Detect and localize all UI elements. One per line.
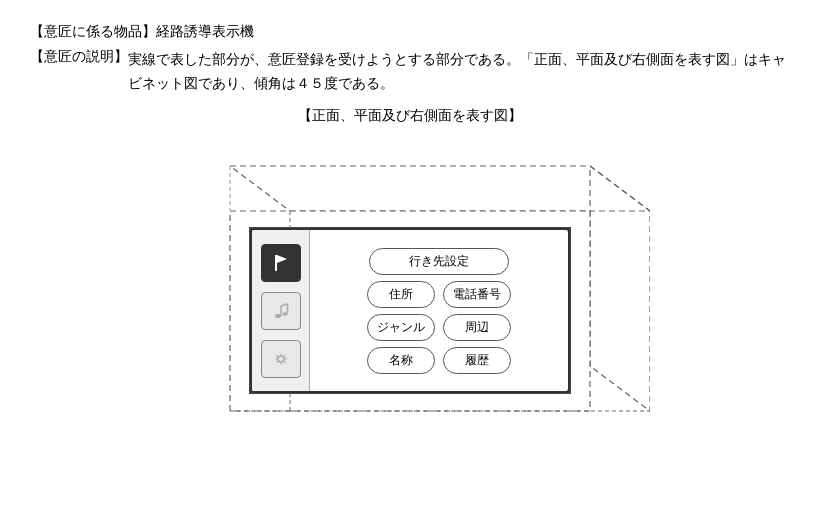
gear-icon-box[interactable] <box>261 340 301 378</box>
cabinet-wrapper: 行き先設定 住所 電話番号 ジャンル 周辺 名称 履歴 <box>170 156 650 446</box>
svg-marker-1 <box>590 166 650 411</box>
svg-marker-9 <box>277 255 287 263</box>
description-block: 【意匠の説明】 実線で表した部分が、意匠登録を受けようとする部分である。「正面、… <box>30 48 790 96</box>
flag-icon-box[interactable] <box>261 244 301 282</box>
figure-title: 【正面、平面及び右側面を表す図】 <box>30 107 790 125</box>
svg-point-10 <box>275 314 281 318</box>
gear-icon <box>271 349 291 369</box>
btn-history[interactable]: 履歴 <box>443 347 511 374</box>
btn-address[interactable]: 住所 <box>367 281 435 308</box>
desc-content: 実線で表した部分が、意匠登録を受けようとする部分である。「正面、平面及び右側面を… <box>128 48 790 96</box>
device-panel: 行き先設定 住所 電話番号 ジャンル 周辺 名称 履歴 <box>250 228 570 393</box>
music-icon <box>271 301 291 321</box>
left-icon-panel <box>252 230 310 391</box>
btn-row-destination: 行き先設定 <box>322 248 556 275</box>
title-text: 【意匠に係る物品】経路誘導表示機 <box>30 23 254 39</box>
desc-label: 【意匠の説明】 <box>30 48 128 96</box>
flag-icon <box>271 253 291 273</box>
btn-row-genre: ジャンル 周辺 <box>322 314 556 341</box>
btn-row-address: 住所 電話番号 <box>322 281 556 308</box>
btn-destination[interactable]: 行き先設定 <box>369 248 509 275</box>
right-button-panel: 行き先設定 住所 電話番号 ジャンル 周辺 名称 履歴 <box>310 230 568 391</box>
product-title: 【意匠に係る物品】経路誘導表示機 <box>30 20 790 44</box>
music-icon-box[interactable] <box>261 292 301 330</box>
btn-phone[interactable]: 電話番号 <box>443 281 511 308</box>
svg-point-15 <box>278 356 284 362</box>
diagram-area: 行き先設定 住所 電話番号 ジャンル 周辺 名称 履歴 <box>30 141 790 461</box>
btn-name[interactable]: 名称 <box>367 347 435 374</box>
btn-genre[interactable]: ジャンル <box>367 314 435 341</box>
svg-rect-8 <box>275 255 277 271</box>
btn-row-name: 名称 履歴 <box>322 347 556 374</box>
svg-line-13 <box>281 304 288 306</box>
btn-nearby[interactable]: 周辺 <box>443 314 511 341</box>
svg-marker-0 <box>230 166 650 211</box>
